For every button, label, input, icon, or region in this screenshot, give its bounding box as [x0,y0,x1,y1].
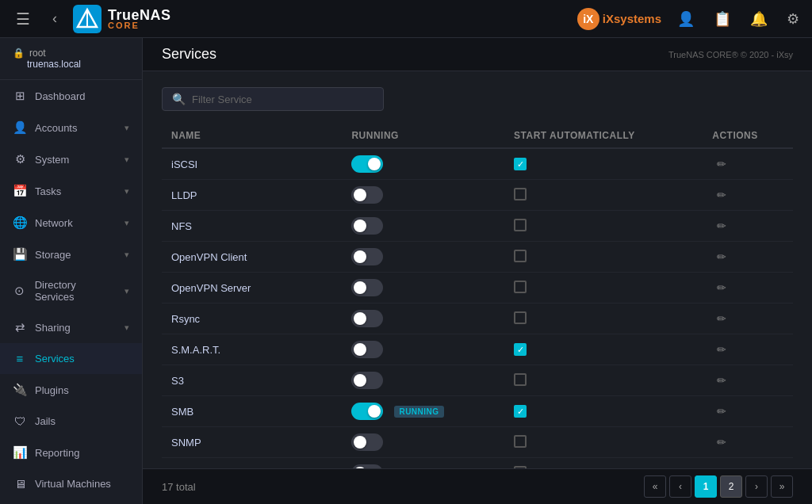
auto-start-checkbox[interactable] [514,250,527,262]
running-toggle[interactable] [351,279,383,296]
cell-actions: ✏ [703,211,793,242]
cell-actions: ✏ [703,242,793,273]
auto-start-checkbox[interactable] [514,188,527,200]
sidebar-item-storage[interactable]: 💾 Storage ▾ [0,239,142,270]
search-icon: 🔍 [172,93,186,105]
table-row: SMBRUNNING✓✏ [162,396,793,427]
alerts-icon-button[interactable]: 🔔 [747,7,771,31]
pagination-page2-button[interactable]: 2 [720,475,742,498]
cell-running [342,458,504,469]
running-toggle[interactable] [351,155,383,173]
sidebar-item-tasks[interactable]: 📅 Tasks ▾ [0,175,142,207]
cell-service-name: SMB [162,396,342,427]
search-input[interactable] [192,94,373,105]
auto-start-checkbox[interactable] [514,311,527,324]
chevron-down-icon: ▾ [124,250,129,260]
edit-service-button[interactable]: ✏ [712,434,731,450]
cell-service-name: iSCSI [162,148,342,180]
total-label: 17 total [162,481,196,493]
edit-service-button[interactable]: ✏ [712,156,731,172]
col-header-running: Running [342,124,504,148]
cell-actions: ✏ [703,334,793,365]
cell-actions: ✏ [703,273,793,304]
running-toggle[interactable] [351,217,383,235]
edit-service-button[interactable]: ✏ [712,280,731,296]
running-toggle[interactable] [351,372,383,389]
hamburger-button[interactable]: ☰ [10,6,36,32]
lock-icon: 🔒 [13,48,25,59]
logo-area: TrueNAS CORE [73,5,171,33]
sidebar-item-reporting[interactable]: 📊 Reporting [0,437,142,468]
pagination-last-button[interactable]: » [771,475,793,498]
collapse-button[interactable]: ‹ [46,7,63,30]
truenas-logo-icon [73,5,102,33]
sidebar-item-jails[interactable]: 🛡 Jails [0,406,142,437]
cell-auto-start [504,242,703,273]
filter-bar[interactable]: 🔍 [162,87,384,111]
cell-service-name: S.M.A.R.T. [162,334,342,365]
sidebar-item-label: Services [35,353,75,365]
running-toggle[interactable] [351,403,383,420]
sidebar-item-network[interactable]: 🌐 Network ▾ [0,207,142,239]
sidebar-item-system[interactable]: ⚙ System ▾ [0,143,142,175]
col-header-actions: Actions [703,124,793,148]
sidebar-item-services[interactable]: ≡ Services [0,343,142,374]
sidebar-item-dashboard[interactable]: ⊞ Dashboard [0,80,142,112]
cell-actions: ✏ [703,148,793,180]
edit-service-button[interactable]: ✏ [712,372,731,388]
cell-actions: ✏ [703,458,793,469]
auto-start-checkbox[interactable]: ✓ [514,405,527,418]
cell-running [342,211,504,242]
auto-start-checkbox[interactable] [514,373,527,386]
cell-service-name: SNMP [162,427,342,458]
content-header: Services TrueNAS CORE® © 2020 - iXsy [143,38,812,71]
running-badge: RUNNING [394,406,443,418]
pagination-page1-button[interactable]: 1 [695,475,717,498]
cell-actions: ✏ [703,427,793,458]
running-toggle[interactable] [351,186,383,204]
changelog-icon-button[interactable]: 📋 [710,7,734,31]
topnav-right: iX iXsystems 👤 📋 🔔 ⚙ [577,7,802,31]
running-toggle[interactable] [351,433,383,451]
sidebar-item-sharing[interactable]: ⇄ Sharing ▾ [0,311,142,343]
ix-logo-circle: iX [577,8,599,30]
pagination-first-button[interactable]: « [644,475,666,498]
running-toggle[interactable] [351,248,383,265]
edit-service-button[interactable]: ✏ [712,249,731,265]
edit-service-button[interactable]: ✏ [712,342,731,357]
account-icon-button[interactable]: 👤 [674,7,698,31]
auto-start-checkbox[interactable]: ✓ [514,158,527,170]
cell-service-name: NFS [162,211,342,242]
edit-service-button[interactable]: ✏ [712,403,731,419]
edit-service-button[interactable]: ✏ [712,187,731,203]
sidebar-item-virtual-machines[interactable]: 🖥 Virtual Machines [0,468,142,499]
cell-auto-start: ✓ [504,148,703,180]
table-row: S.M.A.R.T.✓✏ [162,334,793,365]
edit-service-button[interactable]: ✏ [712,218,731,234]
table-row: S3✏ [162,365,793,396]
sidebar-item-display-system-processes[interactable]: ⊞ Display System Processes [0,499,142,504]
edit-service-button[interactable]: ✏ [712,311,731,326]
cell-auto-start [504,180,703,211]
plugins-icon: 🔌 [13,383,27,397]
cell-service-name: SSH [162,458,342,469]
accounts-icon: 👤 [13,120,27,135]
sidebar-item-label: Plugins [35,384,69,396]
sidebar-item-accounts[interactable]: 👤 Accounts ▾ [0,112,142,143]
running-toggle[interactable] [351,341,383,358]
pagination-next-button[interactable]: › [745,475,768,498]
auto-start-checkbox[interactable]: ✓ [514,343,527,356]
cell-running [342,273,504,304]
auto-start-checkbox[interactable] [514,281,527,293]
running-toggle[interactable] [351,310,383,327]
cell-auto-start: ✓ [504,334,703,365]
chevron-down-icon: ▾ [124,123,129,133]
sidebar-item-directory-services[interactable]: ⊙ Directory Services ▾ [0,270,142,311]
sidebar-item-plugins[interactable]: 🔌 Plugins [0,374,142,406]
pagination-prev-button[interactable]: ‹ [669,475,691,498]
auto-start-checkbox[interactable] [514,435,527,448]
auto-start-checkbox[interactable] [514,219,527,231]
running-toggle[interactable] [351,464,383,468]
sidebar-item-label: Dashboard [35,90,86,102]
settings-icon-button[interactable]: ⚙ [783,7,802,31]
